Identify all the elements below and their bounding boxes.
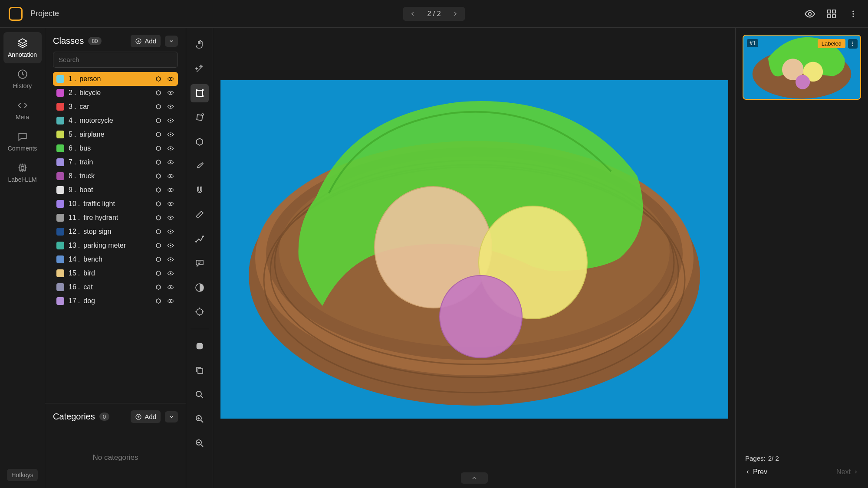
polygon-count-icon[interactable] <box>155 228 162 236</box>
category-dropdown-button[interactable] <box>165 411 178 422</box>
add-category-button[interactable]: Add <box>131 410 161 423</box>
rail-label-llm[interactable]: Label-LLM <box>3 157 42 188</box>
polygon-count-icon[interactable] <box>155 131 162 138</box>
pan-tool[interactable] <box>191 36 209 54</box>
polygon-count-icon[interactable] <box>155 172 162 180</box>
magnet-tool[interactable] <box>191 181 209 200</box>
prev-button[interactable]: Prev <box>745 468 767 476</box>
visibility-icon[interactable] <box>167 228 174 236</box>
canvas-area[interactable] <box>213 28 735 488</box>
copy-tool[interactable] <box>191 361 209 380</box>
visibility-icon[interactable] <box>167 89 174 97</box>
grid-view-button[interactable] <box>825 8 838 20</box>
visibility-icon[interactable] <box>167 117 174 124</box>
rail-history[interactable]: History <box>3 63 42 95</box>
polygon-count-icon[interactable] <box>155 200 162 208</box>
visibility-button[interactable] <box>804 8 816 20</box>
visibility-icon[interactable] <box>167 144 174 152</box>
comment-tool[interactable] <box>191 254 209 272</box>
polygon-tool[interactable] <box>191 133 209 151</box>
class-row[interactable]: 15 . bird <box>53 266 178 280</box>
visibility-icon[interactable] <box>167 200 174 208</box>
next-button[interactable]: Next <box>836 468 858 476</box>
polygon-count-icon[interactable] <box>155 269 162 277</box>
add-class-button[interactable]: Add <box>131 35 161 47</box>
more-button[interactable] <box>847 8 859 20</box>
class-row[interactable]: 11 . fire hydrant <box>53 211 178 225</box>
prev-page-button[interactable] <box>408 10 417 18</box>
rail-annotation[interactable]: Annotation <box>3 32 42 63</box>
topbar: Projecte 2 / 2 <box>0 0 868 28</box>
polygon-count-icon[interactable] <box>155 103 162 111</box>
zoom-in-tool[interactable] <box>191 410 209 428</box>
rotated-bbox-tool[interactable] <box>191 108 209 127</box>
visibility-icon[interactable] <box>167 214 174 222</box>
class-row[interactable]: 17 . dog <box>53 294 178 308</box>
class-row[interactable]: 10 . traffic light <box>53 197 178 211</box>
class-num: 13 <box>69 242 76 249</box>
visibility-icon[interactable] <box>167 158 174 166</box>
class-row[interactable]: 8 . truck <box>53 169 178 183</box>
polygon-count-icon[interactable] <box>155 255 162 263</box>
polygon-count-icon[interactable] <box>155 186 162 194</box>
class-row[interactable]: 12 . stop sign <box>53 225 178 239</box>
class-row[interactable]: 1 . person <box>53 72 178 86</box>
zoom-tool[interactable] <box>191 386 209 404</box>
color-swatch <box>56 283 64 291</box>
visibility-icon[interactable] <box>167 283 174 291</box>
visibility-icon[interactable] <box>167 255 174 263</box>
magic-tool[interactable] <box>191 60 209 78</box>
hotkeys-button[interactable]: Hotkeys <box>7 469 38 481</box>
brush-tool[interactable] <box>191 157 209 175</box>
copy-icon <box>194 365 205 376</box>
svg-point-12 <box>170 78 171 79</box>
classes-panel: Classes 80 Add 1 . person 2 . bicycle <box>45 28 186 488</box>
canvas-panel-handle[interactable] <box>461 472 488 484</box>
visibility-icon[interactable] <box>167 172 174 180</box>
visibility-icon[interactable] <box>167 297 174 305</box>
class-row[interactable]: 9 . boat <box>53 183 178 197</box>
polygon-count-icon[interactable] <box>155 158 162 166</box>
class-row[interactable]: 5 . airplane <box>53 128 178 141</box>
class-dropdown-button[interactable] <box>165 36 178 47</box>
polygon-count-icon[interactable] <box>155 75 162 83</box>
visibility-icon[interactable] <box>167 186 174 194</box>
search-input[interactable] <box>53 52 178 68</box>
visibility-icon[interactable] <box>167 269 174 277</box>
visibility-icon[interactable] <box>167 75 174 83</box>
class-row[interactable]: 13 . parking meter <box>53 239 178 252</box>
polygon-count-icon[interactable] <box>155 242 162 249</box>
bbox-tool[interactable] <box>191 84 209 102</box>
visibility-icon[interactable] <box>167 131 174 138</box>
visibility-icon[interactable] <box>167 103 174 111</box>
thumbnail[interactable]: #1 Labeled <box>743 35 861 100</box>
rail-comments[interactable]: Comments <box>3 126 42 157</box>
class-row[interactable]: 7 . train <box>53 155 178 169</box>
target-tool[interactable] <box>191 303 209 321</box>
contrast-tool[interactable] <box>191 278 209 297</box>
polygon-count-icon[interactable] <box>155 144 162 152</box>
polyline-tool[interactable] <box>191 230 209 248</box>
shape-tool[interactable] <box>191 337 209 355</box>
class-row[interactable]: 14 . bench <box>53 252 178 266</box>
class-row[interactable]: 4 . motorcycle <box>53 114 178 128</box>
class-row[interactable]: 16 . cat <box>53 280 178 294</box>
rail-meta[interactable]: Meta <box>3 95 42 126</box>
class-dot: . <box>74 117 76 124</box>
canvas[interactable] <box>220 80 728 419</box>
polygon-count-icon[interactable] <box>155 214 162 222</box>
visibility-icon[interactable] <box>167 242 174 249</box>
class-row[interactable]: 2 . bicycle <box>53 86 178 100</box>
no-categories-text: No categories <box>45 427 186 488</box>
polygon-count-icon[interactable] <box>155 117 162 124</box>
polygon-count-icon[interactable] <box>155 283 162 291</box>
class-row[interactable]: 3 . car <box>53 100 178 114</box>
app-logo[interactable] <box>9 7 23 21</box>
next-page-button[interactable] <box>451 10 460 18</box>
zoom-out-tool[interactable] <box>191 434 209 452</box>
polygon-count-icon[interactable] <box>155 297 162 305</box>
eraser-tool[interactable] <box>191 206 209 224</box>
class-row[interactable]: 6 . bus <box>53 141 178 155</box>
thumb-menu-button[interactable] <box>848 39 858 49</box>
polygon-count-icon[interactable] <box>155 89 162 97</box>
